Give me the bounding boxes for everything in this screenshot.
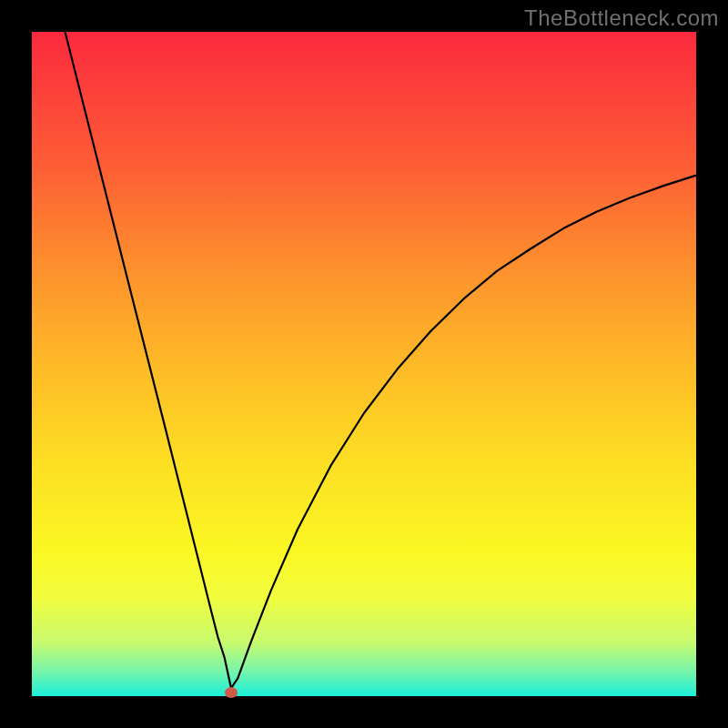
curve-path xyxy=(66,32,697,688)
plot-area xyxy=(32,32,696,696)
optimum-marker xyxy=(225,687,238,698)
chart-frame: TheBottleneck.com xyxy=(0,0,728,728)
bottleneck-curve xyxy=(32,32,696,696)
watermark-text: TheBottleneck.com xyxy=(524,5,719,31)
